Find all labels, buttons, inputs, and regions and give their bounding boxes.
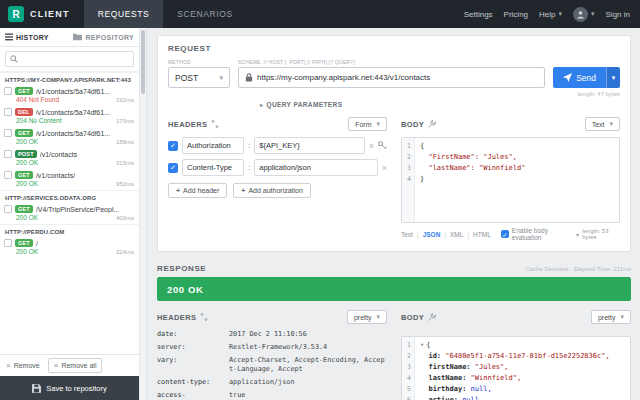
status-badge: 200 OK — [16, 159, 38, 166]
request-length: length: 47 bytes — [168, 91, 620, 97]
tab-scenarios[interactable]: SCENARIOS — [163, 0, 246, 28]
wrench-icon[interactable] — [428, 313, 436, 321]
response-header-row: content-type:application/json — [157, 378, 387, 387]
body-evaluation-checkbox[interactable]: ✓ — [501, 230, 509, 238]
response-meta: Cache Detected - Elapsed Time: 211ms — [525, 266, 631, 272]
request-body-editor[interactable]: 1 2 3 4 { "FirstName": "Jules", "lastNam… — [401, 137, 620, 223]
send-icon — [563, 73, 572, 82]
send-options-button[interactable]: ▾ — [606, 67, 620, 88]
response-header-row: vary:Accept-Charset, Accept-Encoding, Ac… — [157, 356, 387, 374]
history-list: HTTPS://MY-COMPANY.APISPARK.NET:443 GET/… — [0, 72, 139, 354]
item-checkbox[interactable] — [4, 205, 12, 213]
item-checkbox[interactable] — [4, 239, 12, 247]
history-item[interactable]: GET/ 200 OK224ms — [0, 237, 139, 258]
send-button[interactable]: Send — [553, 67, 606, 88]
method-badge: GET — [15, 87, 33, 95]
header-value-input[interactable] — [254, 137, 365, 154]
sidebar-scrollbar[interactable] — [140, 28, 147, 400]
tab-requests[interactable]: REQUESTS — [84, 0, 164, 28]
pricing-link[interactable]: Pricing — [504, 10, 528, 19]
sort-arrows-icon[interactable] — [200, 313, 208, 321]
header-enabled-checkbox[interactable]: ✓ — [168, 163, 178, 173]
chevron-down-icon: ▾ — [376, 313, 380, 321]
status-badge: 200 OK — [16, 214, 38, 221]
request-panel: REQUEST METHOD POST▾ SCHEME :// HOST [: … — [157, 35, 631, 252]
app-logo[interactable]: R — [8, 6, 24, 22]
format-json[interactable]: JSON — [423, 231, 441, 238]
header-value-input[interactable] — [254, 159, 378, 176]
format-xml[interactable]: XML — [450, 231, 463, 238]
request-body-code[interactable]: { "FirstName": "Jules", "lastName": "Win… — [415, 138, 619, 222]
user-menu[interactable]: ▾ — [573, 7, 595, 22]
host-group-header: HTTP://PERDU.COM — [0, 224, 139, 237]
history-item[interactable]: POST/v1/contacts 200 OK315ms — [0, 148, 139, 169]
format-html[interactable]: HTML — [473, 231, 491, 238]
add-header-button[interactable]: +Add header — [168, 183, 227, 198]
lock-icon — [245, 73, 253, 82]
scrollbar-thumb[interactable] — [141, 30, 145, 94]
query-parameters-toggle[interactable]: ▸QUERY PARAMETERS — [260, 101, 620, 108]
body-mode-select[interactable]: Text▾ — [585, 117, 620, 131]
remove-all-button[interactable]: ×Remove all — [48, 358, 103, 373]
line-numbers: 1 2 3 4 — [402, 138, 415, 222]
settings-link[interactable]: Settings — [464, 10, 493, 19]
url-input[interactable] — [257, 73, 538, 82]
plus-icon: + — [176, 187, 180, 194]
signin-link[interactable]: Sign in — [606, 10, 630, 19]
key-icon[interactable] — [378, 141, 387, 150]
tab-repository[interactable]: REPOSITORY — [68, 28, 139, 46]
url-hint-label: SCHEME :// HOST [: PORT] [/ PATH] [? QUE… — [238, 59, 545, 65]
response-headers-mode-select[interactable]: pretty▾ — [347, 310, 387, 324]
response-header-row: date:2017 Dec 2 11:10:56 — [157, 330, 387, 339]
item-checkbox[interactable] — [4, 150, 12, 158]
history-item[interactable]: GET/v1/contacts/5a74df61... 200 OK188ms — [0, 127, 139, 148]
chevron-down-icon: ▾ — [591, 10, 595, 18]
method-badge: GET — [15, 171, 33, 179]
item-checkbox[interactable] — [4, 87, 12, 95]
tab-history[interactable]: HISTORY — [0, 28, 68, 46]
history-filter-input[interactable] — [21, 56, 129, 63]
headers-mode-select[interactable]: Form▾ — [348, 117, 387, 131]
status-badge: 204 No Content — [16, 117, 62, 124]
history-item[interactable]: GET/v1/contacts/5a74df61... 404 Not Foun… — [0, 85, 139, 106]
header-name-input[interactable] — [182, 159, 244, 176]
help-menu[interactable]: Help▾ — [539, 10, 562, 19]
chevron-down-icon: ▾ — [376, 120, 380, 128]
response-body-mode-select[interactable]: pretty▾ — [591, 310, 631, 324]
item-checkbox[interactable] — [4, 171, 12, 179]
header-name-input[interactable] — [182, 137, 244, 154]
response-header-row: access-control...:true — [157, 391, 387, 400]
fold-caret-icon[interactable]: ▾ — [420, 341, 424, 349]
chevron-down-icon: ▾ — [620, 313, 624, 321]
wrench-icon[interactable] — [428, 120, 436, 128]
chevron-down-icon: ▾ — [559, 10, 563, 18]
response-status-banner: 200 OK — [157, 277, 631, 301]
method-select[interactable]: POST▾ — [168, 67, 230, 88]
format-text[interactable]: Text — [401, 231, 413, 238]
remove-header-icon[interactable]: × — [382, 163, 387, 173]
item-checkbox[interactable] — [4, 108, 12, 116]
url-field[interactable] — [238, 67, 545, 88]
response-body-code: ▾{ id: "6480e5f1-a754-11e7-81bf-d15e2252… — [415, 337, 630, 400]
info-icon: ▾ — [576, 231, 579, 238]
request-body-section: BODY Text▾ 1 2 3 4 { "FirstName": "Jules… — [401, 117, 620, 241]
header-row: ✓ : × — [168, 137, 387, 154]
remove-header-icon[interactable]: × — [369, 141, 374, 151]
response-headers-section: HEADERS pretty▾ date:2017 Dec 2 11:10:56… — [157, 310, 387, 400]
list-icon — [5, 33, 13, 41]
add-authorization-button[interactable]: +Add authorization — [233, 183, 311, 198]
item-checkbox[interactable] — [4, 129, 12, 137]
history-item[interactable]: GET/V4/TripPinService/Peopl... 200 OK400… — [0, 203, 139, 224]
host-group-header: HTTP://SERVICES.ODATA.ORG — [0, 190, 139, 203]
sort-arrows-icon[interactable] — [211, 120, 219, 128]
search-icon — [10, 55, 18, 63]
history-item[interactable]: DEL/v1/contacts/5a74df61... 204 No Conte… — [0, 106, 139, 127]
header-enabled-checkbox[interactable]: ✓ — [168, 141, 178, 151]
status-badge: 200 OK — [16, 138, 38, 145]
folder-icon — [73, 33, 82, 41]
history-item[interactable]: GET/v1/contacts/ 200 OK950ms — [0, 169, 139, 190]
plus-icon: + — [241, 187, 245, 194]
remove-button[interactable]: ×Remove — [6, 361, 40, 370]
method-badge: DEL — [15, 108, 33, 116]
save-to-repository-button[interactable]: Save to repository — [0, 376, 139, 400]
